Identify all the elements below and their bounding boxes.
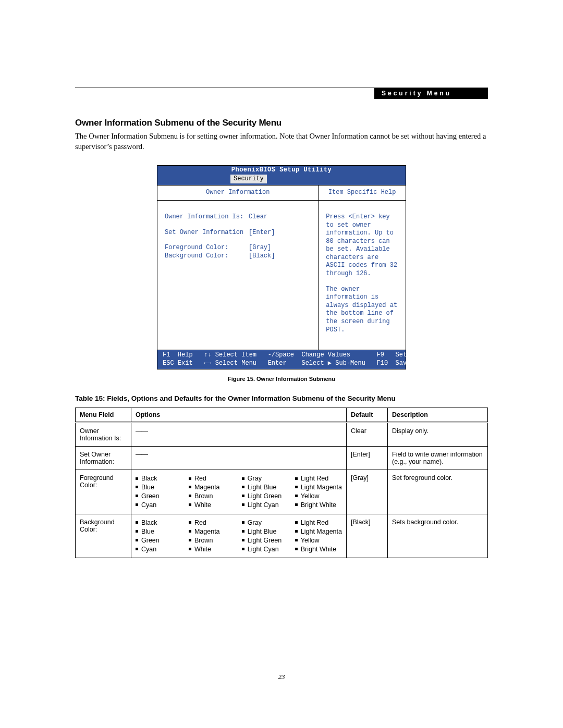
cell-default: [Black] [347,514,388,558]
cell-options: BlackBlueGreenCyanRedMagentaBrownWhiteGr… [131,514,347,558]
figure-caption: Figure 15. Owner Information Submenu [75,376,488,382]
color-option: Bright White [295,501,342,510]
table-row: Set Owner Information:——[Enter]Field to … [76,447,488,470]
bios-tab-security: Security [230,175,267,184]
color-option: Black [136,474,176,483]
color-option: Magenta [189,483,229,492]
cell-options: BlackBlueGreenCyanRedMagentaBrownWhiteGr… [131,470,347,514]
section-body: The Owner Information Submenu is for set… [75,131,488,152]
color-option: Gray [242,474,283,483]
color-option: Magenta [189,527,229,536]
cell-description: Set foreground color. [388,470,488,514]
bios-footer-line1: F1 Help ↑↓ Select Item -/Space Change Va… [163,351,448,359]
bios-field-label: Owner Information Is: [165,213,249,221]
field-table: Menu Field Options Default Description O… [75,408,488,558]
page: Security Menu Owner Information Submenu … [0,0,563,728]
cell-description: Sets background color. [388,514,488,558]
cell-default: [Gray] [347,470,388,514]
color-option: Green [136,536,176,545]
cell-options: —— [131,447,347,470]
color-option: Brown [189,536,229,545]
cell-description: Display only. [388,423,488,447]
color-option: Light Green [242,536,283,545]
color-option: Blue [136,483,176,492]
table-caption: Table 15: Fields, Options and Defaults f… [75,394,488,402]
color-option: Light Cyan [242,545,283,554]
th-menu-field: Menu Field [76,408,131,423]
cell-menu-field: Foreground Color: [76,470,131,514]
bios-field-value: [Black] [249,252,311,261]
color-option: Red [189,474,229,483]
color-option: Light Blue [242,527,283,536]
color-option: Cyan [136,501,176,510]
bios-right-pane: Item Specific Help Press <Enter> key to … [319,186,406,350]
color-option: Brown [189,492,229,501]
bios-title: PhoenixBIOS Setup Utility [157,166,406,175]
color-option: Bright White [295,545,342,554]
color-option: White [189,545,229,554]
header-section-bar: Security Menu [374,88,488,99]
color-option: Red [189,519,229,527]
color-option: Black [136,519,176,527]
th-default: Default [347,408,388,423]
bios-footer: F1 Help ↑↓ Select Item -/Space Change Va… [157,350,406,369]
cell-default: [Enter] [347,447,388,470]
cell-menu-field: Set Owner Information: [76,447,131,470]
bios-field-label: Foreground Color: [165,244,249,252]
bios-field-value: Clear [249,213,311,221]
bios-field-value: [Gray] [249,244,311,252]
color-option: Yellow [295,492,342,501]
cell-description: Field to write owner information (e.g., … [388,447,488,470]
bios-left-title: Owner Information [157,186,318,201]
table-row: Foreground Color:BlackBlueGreenCyanRedMa… [76,470,488,514]
color-option: Light Blue [242,483,283,492]
color-option: Yellow [295,536,342,545]
cell-options: —— [131,423,347,447]
bios-left-pane: Owner Information Owner Information Is: … [157,186,319,350]
cell-menu-field: Background Color: [76,514,131,558]
cell-default: Clear [347,423,388,447]
bios-field-label: Background Color: [165,252,249,261]
bios-help-p1: Press <Enter> key to set owner informati… [326,213,398,278]
th-description: Description [388,408,488,423]
table-row: Background Color:BlackBlueGreenCyanRedMa… [76,514,488,558]
color-option: White [189,501,229,510]
th-options: Options [131,408,347,423]
bios-field-value: [Enter] [249,229,311,237]
page-number: 23 [0,673,563,681]
bios-field-label: Set Owner Information [165,229,249,237]
color-option: Light Green [242,492,283,501]
bios-help-p2: The owner information is always displaye… [326,286,398,335]
color-option: Green [136,492,176,501]
bios-footer-line2: ESC Exit ←→ Select Menu Enter Select ▶ S… [163,360,444,367]
bios-tab-row: Security [157,175,406,186]
color-option: Light Magenta [295,483,342,492]
color-option: Gray [242,519,283,527]
section-heading: Owner Information Submenu of the Securit… [75,118,488,128]
bios-screenshot: PhoenixBIOS Setup Utility Security Owner… [157,165,406,369]
color-option: Light Red [295,474,342,483]
table-row: Owner Information Is:——ClearDisplay only… [76,423,488,447]
color-option: Blue [136,527,176,536]
color-option: Light Magenta [295,527,342,536]
cell-menu-field: Owner Information Is: [76,423,131,447]
color-option: Cyan [136,545,176,554]
color-option: Light Cyan [242,501,283,510]
bios-right-title: Item Specific Help [319,186,406,201]
color-option: Light Red [295,519,342,527]
